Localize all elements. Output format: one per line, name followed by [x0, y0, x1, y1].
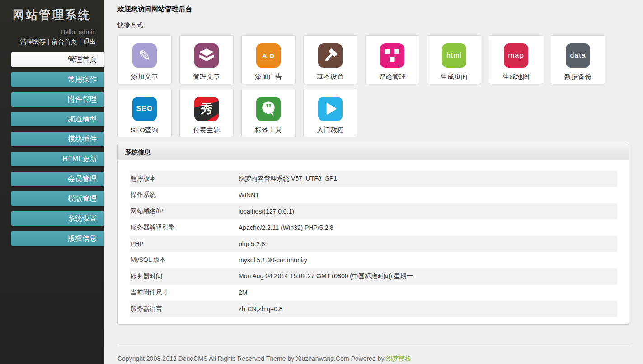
logout-link[interactable]: 退出 — [83, 38, 96, 45]
map-icon: map — [504, 43, 528, 68]
system-info-table: 程序版本织梦内容管理系统 V57_UTF8_SP1操作系统WINNT网站域名/I… — [118, 160, 629, 324]
shortcut-paid-themes[interactable]: 秀付费主题 — [179, 89, 234, 137]
info-value: 织梦内容管理系统 V57_UTF8_SP1 — [239, 175, 337, 183]
page-title: 欢迎您访问网站管理后台 — [117, 0, 629, 14]
data-icon: data — [566, 43, 590, 68]
info-value: Mon Aug 04 2014 15:02:27 GMT+0800 (中国标准时… — [239, 272, 413, 280]
info-label: 程序版本 — [130, 175, 239, 183]
sidebar-item-template-management[interactable]: 模版管理 — [11, 191, 104, 206]
xiu-character: 秀 — [201, 101, 213, 117]
shortcut-generate-sitemap[interactable]: map生成地图 — [489, 35, 543, 84]
seo-icon: SEO — [132, 97, 157, 121]
info-row: 程序版本织梦内容管理系统 V57_UTF8_SP1 — [130, 171, 617, 187]
shortcut-add-ad[interactable]: A D添加广告 — [241, 35, 296, 84]
info-label: 服务器时间 — [130, 272, 239, 280]
info-label: 服务器语言 — [130, 305, 239, 313]
sidebar-item-member-management[interactable]: 会员管理 — [11, 172, 104, 186]
info-label: 操作系统 — [130, 191, 239, 199]
link-separator: | — [79, 38, 81, 45]
theme-link[interactable]: 织梦模板 — [386, 355, 411, 362]
pen-glyph: ✎ — [139, 47, 151, 64]
sidebar-item-system-settings[interactable]: 系统设置 — [11, 211, 104, 226]
map-icon-text: map — [508, 51, 524, 60]
sidebar-item-admin-home[interactable]: 管理首页 — [11, 52, 104, 67]
shortcut-add-article[interactable]: ✎添加文章 — [117, 35, 172, 84]
sidebar: 网站管理系统 Hello, admin 清理缓存|前台首页|退出 管理首页常用操… — [0, 0, 104, 364]
shortcut-basic-settings[interactable]: 基本设置 — [303, 35, 357, 84]
sidebar-item-channel-models[interactable]: 频道模型 — [11, 112, 104, 126]
shortcut-label: 数据备份 — [564, 73, 591, 81]
ad-icon: A D — [256, 43, 281, 68]
info-row: 网站域名/IPlocalhost(127.0.0.1) — [130, 203, 617, 219]
shortcut-label: 管理文章 — [193, 73, 220, 81]
info-row: 当前附件尺寸2M — [130, 285, 617, 301]
sidebar-item-module-plugins[interactable]: 模块插件 — [11, 132, 104, 146]
info-row: MySQL 版本mysql 5.1.30-community — [130, 252, 617, 268]
info-row: 操作系统WINNT — [130, 187, 617, 203]
info-row: 服务器解译引擎Apache/2.2.11 (Win32) PHP/5.2.8 — [130, 219, 617, 236]
sidebar-item-attachment-management[interactable]: 附件管理 — [11, 92, 104, 107]
info-label: 当前附件尺寸 — [130, 289, 239, 297]
stacked-docs-icon — [194, 43, 219, 68]
shortcut-label: SEO查询 — [131, 126, 159, 135]
ad-icon-text: A D — [262, 52, 275, 60]
xiu-icon: 秀 — [194, 97, 219, 121]
link-separator: | — [48, 38, 50, 45]
clear-cache-link[interactable]: 清理缓存 — [20, 38, 46, 45]
hammer-icon — [318, 43, 343, 68]
info-value: Apache/2.2.11 (Win32) PHP/5.2.8 — [239, 224, 333, 231]
shortcut-manage-articles[interactable]: 管理文章 — [179, 35, 234, 84]
shortcut-label: 添加广告 — [255, 73, 282, 81]
info-label: 网站域名/IP — [130, 207, 239, 215]
info-label: 服务器解译引擎 — [130, 224, 239, 232]
info-value: 2M — [239, 289, 247, 296]
sidebar-item-common-operations[interactable]: 常用操作 — [11, 72, 104, 87]
quote-bubble-icon: ” — [256, 97, 281, 121]
frontend-home-link[interactable]: 前台首页 — [52, 38, 77, 45]
shortcut-label: 生成地图 — [502, 73, 530, 81]
pen-icon: ✎ — [132, 43, 157, 68]
info-value: WINNT — [239, 191, 259, 199]
shortcut-data-backup[interactable]: data数据备份 — [551, 35, 605, 84]
sidebar-menu: 管理首页常用操作附件管理频道模型模块插件HTML更新会员管理模版管理系统设置版权… — [0, 52, 104, 246]
shortcut-label: 入门教程 — [317, 126, 344, 135]
play-icon — [318, 97, 343, 121]
shortcut-seo-query[interactable]: SEOSEO查询 — [117, 89, 172, 137]
info-value: mysql 5.1.30-community — [239, 257, 307, 264]
info-label: MySQL 版本 — [130, 256, 239, 264]
copyright-text: Copyright 2008-2012 DedeCMS All Rights R… — [117, 355, 386, 362]
comment-icon — [380, 43, 404, 68]
html-icon-text: html — [446, 51, 462, 60]
sidebar-item-html-update[interactable]: HTML更新 — [11, 152, 104, 166]
shortcut-label: 评论管理 — [379, 73, 406, 81]
quick-links: 清理缓存|前台首页|退出 — [0, 38, 104, 46]
greeting-text: Hello, admin — [0, 28, 104, 36]
info-row: 服务器语言zh-CN,zh;q=0.8 — [130, 301, 617, 317]
main-content: 欢迎您访问网站管理后台 快捷方式 ✎添加文章管理文章A D添加广告基本设置评论管… — [104, 0, 643, 364]
info-value: localhost(127.0.0.1) — [239, 208, 294, 215]
info-row: PHPphp 5.2.8 — [130, 236, 617, 252]
shortcuts-section-title: 快捷方式 — [117, 21, 629, 29]
shortcut-label: 添加文章 — [131, 73, 158, 81]
shortcut-label: 基本设置 — [317, 73, 344, 81]
footer: Copyright 2008-2012 DedeCMS All Rights R… — [117, 346, 629, 363]
system-info-title: 系统信息 — [118, 144, 629, 160]
app-title: 网站管理系统 — [5, 7, 99, 23]
shortcut-comment-management[interactable]: 评论管理 — [365, 35, 419, 84]
info-label: PHP — [130, 240, 239, 247]
system-info-panel: 系统信息 程序版本织梦内容管理系统 V57_UTF8_SP1操作系统WINNT网… — [117, 144, 629, 325]
html-icon: html — [442, 43, 466, 68]
seo-icon-text: SEO — [136, 105, 153, 113]
info-value: zh-CN,zh;q=0.8 — [239, 305, 283, 313]
info-value: php 5.2.8 — [239, 240, 265, 247]
shortcut-label: 标签工具 — [255, 126, 282, 135]
shortcut-grid: ✎添加文章管理文章A D添加广告基本设置评论管理html生成页面map生成地图d… — [117, 35, 605, 137]
sidebar-item-copyright-info[interactable]: 版权信息 — [11, 231, 104, 246]
svg-text:”: ” — [265, 101, 272, 115]
shortcut-tag-tools[interactable]: ”标签工具 — [241, 89, 296, 137]
shortcut-generate-pages[interactable]: html生成页面 — [427, 35, 481, 84]
shortcut-label: 生成页面 — [441, 73, 468, 81]
shortcut-tutorial[interactable]: 入门教程 — [303, 89, 357, 137]
data-icon-text: data — [570, 51, 586, 60]
info-row: 服务器时间Mon Aug 04 2014 15:02:27 GMT+0800 (… — [130, 268, 617, 285]
